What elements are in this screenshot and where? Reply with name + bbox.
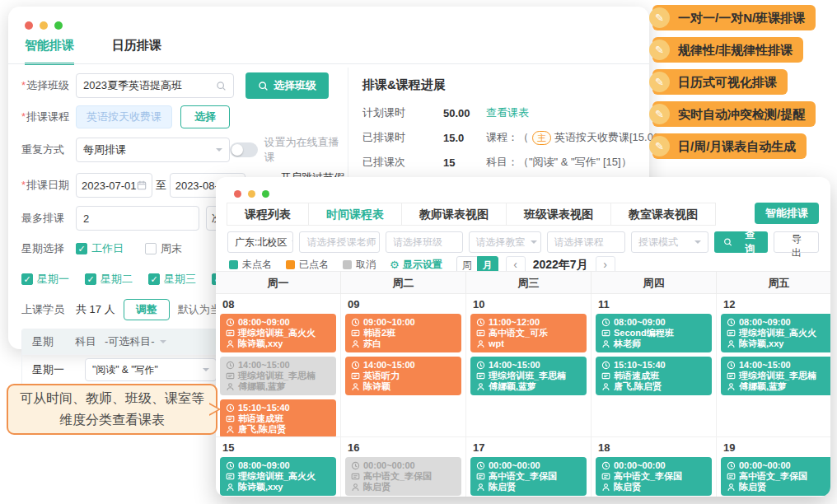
person-icon — [727, 382, 736, 391]
weekend-checkbox[interactable]: 周末 — [145, 241, 182, 256]
subject-filter-dropdown[interactable]: -可选科目- — [105, 334, 166, 349]
start-date-input[interactable]: 2023-07-01 — [76, 173, 152, 198]
tab-课程列表[interactable]: 课程列表 — [227, 203, 309, 226]
filter-select[interactable]: 授课模式 — [631, 231, 708, 253]
adjust-button[interactable]: 调整 — [124, 299, 170, 320]
calendar-card[interactable]: 08:00~09:00理综培训班_高火火陈诗颖,xxy — [220, 314, 336, 352]
card-teacher-text: 陈启贤 — [363, 482, 390, 492]
calendar-card[interactable]: 14:00~15:00英语听力陈诗颖 — [345, 357, 461, 395]
calendar-card[interactable]: 09:00~10:00韩语2班苏白 — [345, 314, 461, 352]
legend-label: 取消 — [356, 258, 376, 272]
class-input[interactable]: 2023夏季英语提高班 — [76, 73, 234, 98]
tab-时间课程表[interactable]: 时间课程表 — [308, 203, 402, 226]
filter-select[interactable]: 请选择教室 — [469, 231, 541, 253]
timetable-window: 课程列表时间课程表教师课表视图班级课表视图教室课表视图 智能排课 广东:北校区请… — [216, 177, 830, 497]
calendar-card[interactable]: 00:00~00:00高中语文_李保国陈启贤 — [470, 457, 587, 496]
calendar-card[interactable]: 14:00~15:00理综培训班_李思楠傅娜颖,蓝萝 — [220, 357, 336, 395]
smart-schedule-button[interactable]: 智能排课 — [755, 203, 819, 224]
card-teacher-text: 陈诗颖,xxy — [238, 338, 283, 349]
weekday-checkbox[interactable]: ✓星期二 — [85, 272, 133, 287]
class-icon — [476, 329, 485, 338]
pencil-icon: ✎ — [649, 7, 670, 28]
feature-ribbon: ✎日历式可视化排课 — [652, 69, 788, 95]
class-icon — [351, 329, 360, 338]
card-class-name-text: 高中语文_李保国 — [614, 471, 682, 482]
weekday-checkbox[interactable]: ✓星期一 — [21, 272, 69, 287]
card-teacher: 陈诗颖,xxy — [727, 338, 830, 349]
close-icon[interactable] — [234, 190, 241, 198]
tabbar-divider — [8, 63, 649, 64]
card-time-text: 00:00~00:00 — [614, 460, 666, 471]
weekday-checkbox[interactable]: ✓星期三 — [148, 272, 196, 287]
subject-select[interactable]: "阅读" & "写作" — [85, 358, 217, 381]
card-time-text: 00:00~00:00 — [363, 460, 415, 471]
card-teacher: 苏白 — [351, 338, 456, 349]
maximize-icon[interactable] — [54, 21, 63, 30]
legend-label: 已点名 — [299, 258, 329, 272]
close-icon[interactable] — [25, 21, 33, 30]
tab-智能排课[interactable]: 智能排课 — [25, 38, 74, 65]
card-time-text: 14:00~15:00 — [238, 360, 290, 371]
display-settings-button[interactable]: ⚙ 显示设置 — [390, 258, 442, 272]
calendar-card[interactable]: 00:00~00:00高中语文_李保国陈启贤 — [345, 457, 461, 496]
card-time-text: 08:00~09:00 — [238, 317, 290, 328]
query-button[interactable]: 查询 — [714, 231, 769, 253]
workday-checkbox[interactable]: ✓ 工作日 — [76, 241, 124, 256]
tab-教室课表视图[interactable]: 教室课表视图 — [610, 203, 716, 226]
live-class-toggle[interactable] — [230, 142, 258, 157]
calendar-card[interactable]: 08:00~09:00理综培训班_高火火陈诗颖,xxy — [220, 457, 336, 496]
ribbon-text: 日历式可视化排课 — [678, 75, 777, 89]
clock-icon — [476, 461, 485, 470]
repeat-label: 重复方式 — [21, 142, 76, 157]
legend-swatch — [343, 260, 352, 269]
date-number: 09 — [341, 296, 465, 314]
select-class-button[interactable]: 选择班级 — [245, 72, 329, 99]
live-toggle-label: 设置为在线直播课 — [264, 135, 346, 165]
view-schedule-link[interactable]: 查看课表 — [486, 105, 529, 120]
calendar-day-cell: 1208:00~09:00理综培训班_高火火陈诗颖,xxy14:00~15:00… — [717, 294, 830, 436]
minimize-icon[interactable] — [40, 21, 48, 30]
export-button[interactable]: 导出 — [774, 231, 819, 253]
calendar-card[interactable]: 14:00~15:00理综培训班_李思楠傅娜颖,蓝萝 — [470, 357, 587, 395]
filter-select[interactable]: 广东:北校区 — [227, 231, 293, 253]
gear-icon: ⚙ — [390, 259, 400, 271]
class-label: *选择班级 — [21, 78, 76, 93]
card-time: 15:10~15:40 — [226, 403, 330, 413]
card-time: 14:00~15:00 — [727, 360, 830, 371]
max-count-value: 2 — [83, 212, 89, 225]
weekday-label: 星期一 — [37, 272, 69, 287]
calendar-card[interactable]: 08:00~09:00理综培训班_高火火陈诗颖,xxy — [721, 314, 830, 352]
card-time-text: 09:00~10:00 — [363, 317, 415, 328]
date-label: *排课日期 — [21, 178, 76, 193]
scheduled-hours-label: 已排课时 — [362, 130, 443, 145]
person-icon — [601, 483, 610, 492]
calendar-card[interactable]: 00:00~00:00高中语文_李保国陈启贤 — [596, 457, 712, 496]
tab-班级课表视图[interactable]: 班级课表视图 — [506, 203, 611, 226]
minimize-icon[interactable] — [248, 190, 255, 198]
filter-input[interactable]: 请选择课程 — [547, 231, 626, 253]
card-time: 00:00~00:00 — [727, 460, 830, 471]
filter-value: 授课模式 — [638, 236, 678, 250]
select-course-button[interactable]: 选择 — [180, 105, 230, 128]
calendar-card[interactable]: 15:10~15:40韩语速成班唐飞,陈启贤 — [596, 357, 712, 395]
card-teacher-text: 林老师 — [614, 338, 641, 349]
filter-input[interactable]: 请选择班级 — [386, 231, 463, 253]
card-time: 14:00~15:00 — [476, 360, 581, 371]
calendar-card[interactable]: 08:00~09:00Second编程班林老师 — [596, 314, 712, 352]
max-count-input[interactable]: 2 — [76, 206, 199, 231]
ribbon-text: 规律性/非规律性排课 — [678, 43, 793, 57]
checkbox-checked-icon: ✓ — [76, 243, 87, 254]
calendar-card[interactable]: 11:00~12:00高中语文_可乐wpt — [470, 314, 587, 352]
repeat-select[interactable]: 每周排课 — [76, 138, 230, 162]
calendar-icon — [137, 180, 147, 190]
ribbon-text: 实时自动冲突检测/提醒 — [678, 107, 805, 121]
calendar-card[interactable]: 15:10~15:40韩语速成班唐飞,陈启贤 — [220, 399, 336, 436]
tab-教师课表视图[interactable]: 教师课表视图 — [401, 203, 507, 226]
calendar-day-cell: 1108:00~09:00Second编程班林老师15:10~15:40韩语速成… — [592, 294, 717, 436]
maximize-icon[interactable] — [262, 190, 269, 198]
filter-input[interactable]: 请选择授课老师 — [299, 231, 379, 253]
calendar-card[interactable]: 00:00~00:00高中语文_李保国陈启贤 — [721, 457, 830, 496]
calendar-card[interactable]: 14:00~15:00理综培训班_李思楠傅娜颖,蓝萝 — [721, 357, 830, 395]
class-icon — [476, 371, 485, 380]
tab-日历排课[interactable]: 日历排课 — [112, 38, 161, 65]
